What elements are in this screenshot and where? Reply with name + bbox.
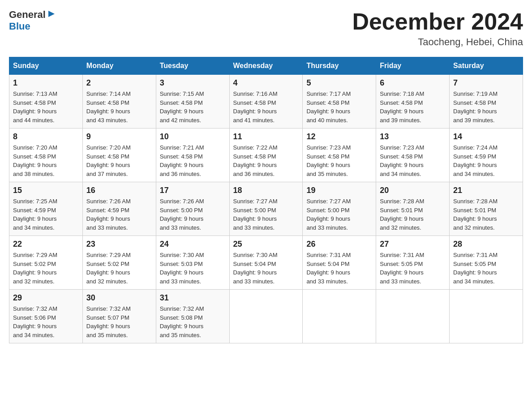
day-number: 7 [453, 78, 519, 88]
day-info: Sunrise: 7:18 AMSunset: 4:58 PMDaylight:… [380, 90, 424, 124]
day-number: 12 [306, 132, 372, 141]
calendar-title-block: December 2024 Taocheng, Hebei, China [352, 9, 523, 48]
day-number: 13 [380, 132, 446, 141]
calendar-day-28: 28 Sunrise: 7:31 AMSunset: 5:05 PMDaylig… [450, 236, 523, 290]
day-number: 17 [160, 186, 226, 195]
calendar-day-15: 15 Sunrise: 7:25 AMSunset: 4:59 PMDaylig… [9, 182, 83, 236]
day-number: 28 [453, 240, 519, 249]
day-info: Sunrise: 7:28 AMSunset: 5:01 PMDaylight:… [453, 198, 498, 231]
calendar-day-22: 22 Sunrise: 7:29 AMSunset: 5:02 PMDaylig… [9, 236, 83, 290]
day-number: 23 [86, 240, 152, 249]
day-info: Sunrise: 7:15 AMSunset: 4:58 PMDaylight:… [160, 90, 204, 124]
day-info: Sunrise: 7:27 AMSunset: 5:00 PMDaylight:… [233, 198, 278, 231]
calendar-empty-4-3 [229, 290, 303, 343]
day-number: 10 [160, 132, 226, 141]
day-number: 27 [380, 240, 446, 249]
day-info: Sunrise: 7:29 AMSunset: 5:02 PMDaylight:… [86, 252, 131, 285]
calendar-day-4: 4 Sunrise: 7:16 AMSunset: 4:58 PMDayligh… [229, 75, 303, 128]
calendar-day-11: 11 Sunrise: 7:22 AMSunset: 4:58 PMDaylig… [229, 128, 303, 182]
calendar-day-14: 14 Sunrise: 7:24 AMSunset: 4:59 PMDaylig… [450, 128, 523, 182]
calendar-day-31: 31 Sunrise: 7:32 AMSunset: 5:08 PMDaylig… [156, 290, 229, 343]
calendar-week-3: 15 Sunrise: 7:25 AMSunset: 4:59 PMDaylig… [9, 182, 523, 236]
day-number: 11 [233, 132, 299, 141]
day-info: Sunrise: 7:25 AMSunset: 4:59 PMDaylight:… [13, 198, 57, 231]
col-sunday: Sunday [9, 57, 83, 75]
calendar-day-25: 25 Sunrise: 7:30 AMSunset: 5:04 PMDaylig… [229, 236, 303, 290]
day-number: 24 [160, 240, 226, 249]
day-info: Sunrise: 7:31 AMSunset: 5:05 PMDaylight:… [453, 252, 498, 285]
day-info: Sunrise: 7:31 AMSunset: 5:04 PMDaylight:… [306, 252, 351, 285]
day-number: 19 [306, 186, 372, 195]
calendar-day-12: 12 Sunrise: 7:23 AMSunset: 4:58 PMDaylig… [303, 128, 376, 182]
logo-blue-text: Blue [9, 21, 30, 32]
col-tuesday: Tuesday [156, 57, 229, 75]
calendar-header-row: Sunday Monday Tuesday Wednesday Thursday… [9, 57, 523, 75]
day-number: 6 [380, 78, 446, 88]
day-number: 16 [86, 186, 152, 195]
calendar-day-6: 6 Sunrise: 7:18 AMSunset: 4:58 PMDayligh… [376, 75, 450, 128]
col-friday: Friday [376, 57, 450, 75]
calendar-week-2: 8 Sunrise: 7:20 AMSunset: 4:58 PMDayligh… [9, 128, 523, 182]
calendar-empty-4-6 [450, 290, 523, 343]
day-number: 15 [13, 186, 79, 195]
day-number: 9 [86, 132, 152, 141]
day-info: Sunrise: 7:30 AMSunset: 5:04 PMDaylight:… [233, 252, 278, 285]
day-number: 8 [13, 132, 79, 141]
day-number: 5 [306, 78, 372, 88]
day-number: 20 [380, 186, 446, 195]
day-info: Sunrise: 7:17 AMSunset: 4:58 PMDaylight:… [306, 90, 351, 124]
day-number: 14 [453, 132, 519, 141]
page-header: General Blue December 2024 Taocheng, Heb… [9, 9, 523, 48]
month-title: December 2024 [352, 9, 523, 34]
calendar-day-2: 2 Sunrise: 7:14 AMSunset: 4:58 PMDayligh… [82, 75, 156, 128]
day-info: Sunrise: 7:16 AMSunset: 4:58 PMDaylight:… [233, 90, 278, 124]
day-info: Sunrise: 7:20 AMSunset: 4:58 PMDaylight:… [13, 144, 57, 177]
calendar-day-26: 26 Sunrise: 7:31 AMSunset: 5:04 PMDaylig… [303, 236, 376, 290]
calendar-day-18: 18 Sunrise: 7:27 AMSunset: 5:00 PMDaylig… [229, 182, 303, 236]
day-info: Sunrise: 7:23 AMSunset: 4:58 PMDaylight:… [306, 144, 351, 177]
calendar-day-9: 9 Sunrise: 7:20 AMSunset: 4:58 PMDayligh… [82, 128, 156, 182]
day-info: Sunrise: 7:29 AMSunset: 5:02 PMDaylight:… [13, 252, 57, 285]
calendar-empty-4-5 [376, 290, 450, 343]
calendar-week-4: 22 Sunrise: 7:29 AMSunset: 5:02 PMDaylig… [9, 236, 523, 290]
day-info: Sunrise: 7:14 AMSunset: 4:58 PMDaylight:… [86, 90, 131, 124]
calendar-day-5: 5 Sunrise: 7:17 AMSunset: 4:58 PMDayligh… [303, 75, 376, 128]
day-number: 1 [13, 78, 79, 88]
calendar-day-20: 20 Sunrise: 7:28 AMSunset: 5:01 PMDaylig… [376, 182, 450, 236]
calendar-day-1: 1 Sunrise: 7:13 AMSunset: 4:58 PMDayligh… [9, 75, 83, 128]
day-number: 3 [160, 78, 226, 88]
location-title: Taocheng, Hebei, China [352, 36, 523, 48]
col-wednesday: Wednesday [229, 57, 303, 75]
calendar-day-27: 27 Sunrise: 7:31 AMSunset: 5:05 PMDaylig… [376, 236, 450, 290]
calendar-day-30: 30 Sunrise: 7:32 AMSunset: 5:07 PMDaylig… [82, 290, 156, 343]
day-info: Sunrise: 7:32 AMSunset: 5:06 PMDaylight:… [13, 305, 57, 338]
col-monday: Monday [82, 57, 156, 75]
calendar-day-16: 16 Sunrise: 7:26 AMSunset: 4:59 PMDaylig… [82, 182, 156, 236]
day-number: 26 [306, 240, 372, 249]
logo: General Blue [9, 9, 56, 32]
calendar-day-10: 10 Sunrise: 7:21 AMSunset: 4:58 PMDaylig… [156, 128, 229, 182]
calendar-day-29: 29 Sunrise: 7:32 AMSunset: 5:06 PMDaylig… [9, 290, 83, 343]
day-info: Sunrise: 7:30 AMSunset: 5:03 PMDaylight:… [160, 252, 204, 285]
day-info: Sunrise: 7:23 AMSunset: 4:58 PMDaylight:… [380, 144, 424, 177]
calendar-day-3: 3 Sunrise: 7:15 AMSunset: 4:58 PMDayligh… [156, 75, 229, 128]
calendar-table: Sunday Monday Tuesday Wednesday Thursday… [9, 57, 523, 343]
day-number: 2 [86, 78, 152, 88]
calendar-day-23: 23 Sunrise: 7:29 AMSunset: 5:02 PMDaylig… [82, 236, 156, 290]
calendar-day-7: 7 Sunrise: 7:19 AMSunset: 4:58 PMDayligh… [450, 75, 523, 128]
day-number: 22 [13, 240, 79, 249]
calendar-day-17: 17 Sunrise: 7:26 AMSunset: 5:00 PMDaylig… [156, 182, 229, 236]
day-number: 31 [160, 293, 226, 303]
calendar-day-21: 21 Sunrise: 7:28 AMSunset: 5:01 PMDaylig… [450, 182, 523, 236]
logo-general-text: General [9, 9, 46, 21]
day-info: Sunrise: 7:24 AMSunset: 4:59 PMDaylight:… [453, 144, 498, 177]
day-info: Sunrise: 7:27 AMSunset: 5:00 PMDaylight:… [306, 198, 351, 231]
day-info: Sunrise: 7:31 AMSunset: 5:05 PMDaylight:… [380, 252, 424, 285]
calendar-day-19: 19 Sunrise: 7:27 AMSunset: 5:00 PMDaylig… [303, 182, 376, 236]
day-info: Sunrise: 7:32 AMSunset: 5:08 PMDaylight:… [160, 305, 204, 338]
svg-marker-0 [48, 11, 55, 17]
day-number: 18 [233, 186, 299, 195]
calendar-day-24: 24 Sunrise: 7:30 AMSunset: 5:03 PMDaylig… [156, 236, 229, 290]
day-number: 4 [233, 78, 299, 88]
day-info: Sunrise: 7:26 AMSunset: 4:59 PMDaylight:… [86, 198, 131, 231]
